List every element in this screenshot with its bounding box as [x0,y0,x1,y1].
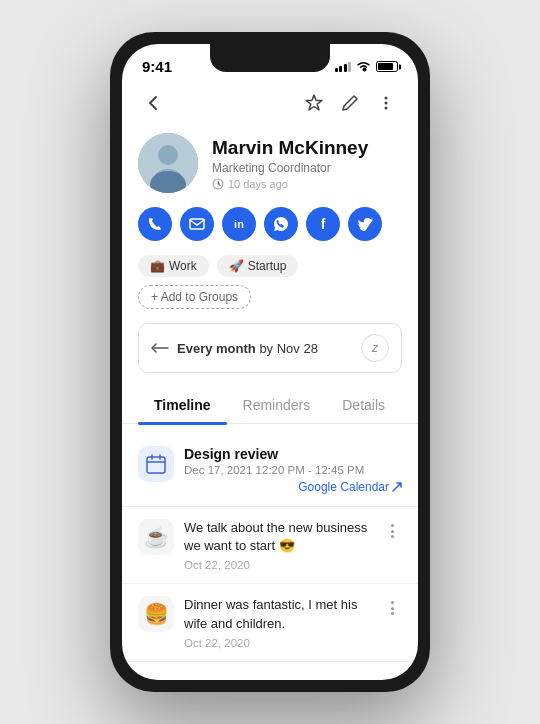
svg-point-1 [385,102,388,105]
timeline-avatar-coffee: ☕ [138,519,174,555]
snooze-button[interactable]: z [361,334,389,362]
more-options-button[interactable] [382,519,402,539]
dinner-more-options-button[interactable] [382,596,402,616]
notch [210,44,330,72]
phone-frame: 9:41 [110,32,430,692]
svg-rect-8 [190,219,204,229]
svg-point-4 [158,145,178,165]
clock-icon [212,178,224,190]
google-calendar-link[interactable]: Google Calendar [184,480,402,494]
timeline-item-dinner: 🍔 Dinner was fantastic, I met his wife a… [122,584,418,661]
timeline-item-business: ☕ We talk about the new business we want… [122,507,418,584]
edit-button[interactable] [334,87,366,119]
external-link-icon [392,482,402,492]
svg-point-2 [385,107,388,110]
timeline-avatar-calendar [138,446,174,482]
header-nav [122,81,418,129]
timeline-avatar-burger: 🍔 [138,596,174,632]
timeline: Design review Dec 17, 2021 12:20 PM - 12… [122,424,418,680]
profile-name: Marvin McKinney [212,137,402,159]
back-button[interactable] [138,87,170,119]
event-date: Dec 17, 2021 12:20 PM - 12:45 PM [184,464,402,476]
nav-right-icons [298,87,402,119]
avatar [138,133,198,193]
tab-timeline[interactable]: Timeline [138,387,227,423]
phone-screen: 9:41 [122,44,418,680]
tag-startup[interactable]: 🚀 Startup [217,255,299,277]
reminder-prefix: Every month [177,341,256,356]
tag-work-label: Work [169,259,197,273]
dinner-note-date: Oct 22, 2020 [184,637,372,649]
tag-startup-label: Startup [248,259,287,273]
twitter-button[interactable] [348,207,382,241]
star-button[interactable] [298,87,330,119]
linkedin-button[interactable]: in [222,207,256,241]
profile-section: Marvin McKinney Marketing Coordinator 10… [122,129,418,207]
profile-title: Marketing Coordinator [212,161,402,175]
tag-work-emoji: 💼 [150,259,165,273]
status-icons [335,61,399,72]
reminder-row: Every month by Nov 28 z [138,323,402,373]
more-button[interactable] [370,87,402,119]
note-date: Oct 22, 2020 [184,559,372,571]
tab-reminders[interactable]: Reminders [227,387,327,423]
tabs-row: Timeline Reminders Details [122,387,418,424]
event-title: Design review [184,446,402,462]
tab-details[interactable]: Details [326,387,401,423]
tag-work[interactable]: 💼 Work [138,255,209,277]
timeline-content-business: We talk about the new business we want t… [184,519,372,571]
status-time: 9:41 [142,58,172,75]
reminder-suffix: by Nov 28 [259,341,318,356]
signal-icon [335,62,352,72]
reminder-icon [151,341,169,355]
dinner-note-text: Dinner was fantastic, I met his wife and… [184,596,372,632]
timeline-content-design-review: Design review Dec 17, 2021 12:20 PM - 12… [184,446,402,494]
whatsapp-button[interactable] [264,207,298,241]
tag-startup-emoji: 🚀 [229,259,244,273]
wifi-icon [356,61,371,72]
note-text: We talk about the new business we want t… [184,519,372,555]
snooze-label: z [372,341,378,355]
profile-info: Marvin McKinney Marketing Coordinator 10… [212,137,402,190]
svg-point-0 [385,97,388,100]
profile-time: 10 days ago [212,178,402,190]
email-button[interactable] [180,207,214,241]
timeline-item-design-review: Design review Dec 17, 2021 12:20 PM - 12… [122,434,418,507]
timeline-content-dinner: Dinner was fantastic, I met his wife and… [184,596,372,648]
add-to-groups-button[interactable]: + Add to Groups [138,285,251,309]
svg-rect-10 [147,457,165,473]
phone-button[interactable] [138,207,172,241]
facebook-button[interactable]: f [306,207,340,241]
reminder-text: Every month by Nov 28 [177,341,318,356]
reminder-left: Every month by Nov 28 [151,341,318,356]
add-group-label: + Add to Groups [151,290,238,304]
tags-row: 💼 Work 🚀 Startup + Add to Groups [122,255,418,323]
social-row: in f [122,207,418,255]
battery-icon [376,61,398,72]
